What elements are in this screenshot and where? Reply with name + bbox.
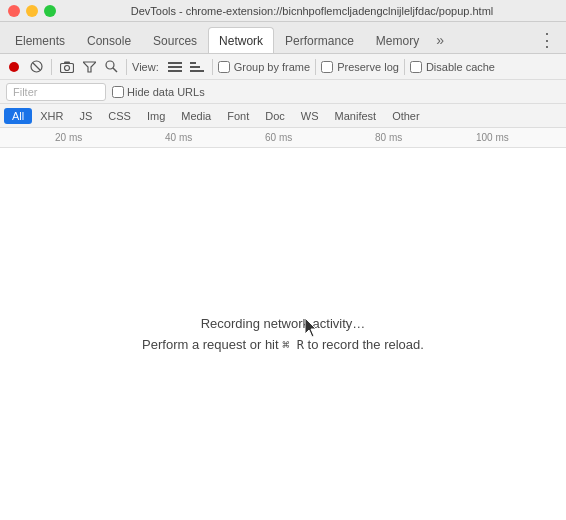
window-title: DevTools - chrome-extension://bicnhpofle… bbox=[66, 5, 558, 17]
hide-data-urls-group: Hide data URLs bbox=[112, 86, 205, 98]
separator-3 bbox=[212, 59, 213, 75]
hint-suffix: to record the reload. bbox=[308, 337, 424, 352]
svg-rect-12 bbox=[190, 62, 196, 64]
hint-text: Perform a request or hit ⌘ R to record t… bbox=[142, 337, 424, 352]
preserve-log-group: Preserve log bbox=[321, 61, 399, 73]
disable-cache-group: Disable cache bbox=[410, 61, 495, 73]
ruler-tick-60ms: 60 ms bbox=[265, 132, 292, 143]
type-tab-img[interactable]: Img bbox=[139, 108, 173, 124]
record-button[interactable] bbox=[4, 57, 24, 77]
camera-icon bbox=[60, 61, 74, 73]
svg-rect-14 bbox=[190, 70, 204, 72]
disable-cache-label: Disable cache bbox=[426, 61, 495, 73]
search-icon bbox=[105, 60, 118, 73]
svg-rect-9 bbox=[168, 62, 182, 64]
svg-point-7 bbox=[106, 61, 114, 69]
tree-view-icon bbox=[190, 61, 204, 73]
keyboard-shortcut: ⌘ R bbox=[282, 338, 304, 352]
title-bar: DevTools - chrome-extension://bicnhpofle… bbox=[0, 0, 566, 22]
filter-input[interactable] bbox=[6, 83, 106, 101]
svg-line-8 bbox=[113, 68, 117, 72]
tree-view-button[interactable] bbox=[187, 57, 207, 77]
type-tab-xhr[interactable]: XHR bbox=[32, 108, 71, 124]
svg-point-4 bbox=[65, 65, 70, 70]
svg-rect-3 bbox=[61, 63, 74, 72]
type-tab-css[interactable]: CSS bbox=[100, 108, 139, 124]
type-tab-ws[interactable]: WS bbox=[293, 108, 327, 124]
separator-4 bbox=[315, 59, 316, 75]
ruler-tick-80ms: 80 ms bbox=[375, 132, 402, 143]
tab-performance[interactable]: Performance bbox=[274, 27, 365, 53]
devtools-menu-button[interactable]: ⋮ bbox=[532, 27, 562, 53]
cursor bbox=[305, 318, 321, 341]
svg-rect-10 bbox=[168, 66, 182, 68]
cursor-icon bbox=[305, 318, 321, 338]
screenshot-button[interactable] bbox=[57, 57, 77, 77]
group-by-frame-label: Group by frame bbox=[234, 61, 310, 73]
window-controls bbox=[8, 5, 56, 17]
separator-5 bbox=[404, 59, 405, 75]
record-icon bbox=[8, 61, 20, 73]
separator-1 bbox=[51, 59, 52, 75]
network-toolbar: View: Group by frame Preserve log Disabl… bbox=[0, 54, 566, 80]
recording-text: Recording network activity… bbox=[201, 316, 366, 331]
tab-sources[interactable]: Sources bbox=[142, 27, 208, 53]
svg-rect-11 bbox=[168, 70, 182, 72]
tab-bar: Elements Console Sources Network Perform… bbox=[0, 22, 566, 54]
clear-button[interactable] bbox=[26, 57, 46, 77]
close-button[interactable] bbox=[8, 5, 20, 17]
type-tab-other[interactable]: Other bbox=[384, 108, 428, 124]
view-buttons bbox=[165, 57, 207, 77]
ruler-tick-40ms: 40 ms bbox=[165, 132, 192, 143]
view-label: View: bbox=[132, 61, 159, 73]
hide-data-urls-label: Hide data URLs bbox=[127, 86, 205, 98]
type-tab-font[interactable]: Font bbox=[219, 108, 257, 124]
minimize-button[interactable] bbox=[26, 5, 38, 17]
svg-marker-6 bbox=[83, 62, 96, 72]
svg-rect-13 bbox=[190, 66, 200, 68]
disable-cache-checkbox[interactable] bbox=[410, 61, 422, 73]
maximize-button[interactable] bbox=[44, 5, 56, 17]
type-tab-manifest[interactable]: Manifest bbox=[327, 108, 385, 124]
tab-network[interactable]: Network bbox=[208, 27, 274, 53]
filter-bar: Hide data URLs bbox=[0, 80, 566, 104]
hide-data-urls-checkbox[interactable] bbox=[112, 86, 124, 98]
more-tabs-button[interactable]: » bbox=[430, 27, 450, 53]
svg-marker-15 bbox=[305, 318, 316, 337]
svg-line-2 bbox=[33, 63, 40, 70]
list-view-icon bbox=[168, 61, 182, 73]
ruler-tick-100ms: 100 ms bbox=[476, 132, 509, 143]
type-tab-all[interactable]: All bbox=[4, 108, 32, 124]
group-by-frame-group: Group by frame bbox=[218, 61, 310, 73]
separator-2 bbox=[126, 59, 127, 75]
tab-memory[interactable]: Memory bbox=[365, 27, 430, 53]
type-tabs: All XHR JS CSS Img Media Font Doc WS Man… bbox=[0, 104, 566, 128]
tab-console[interactable]: Console bbox=[76, 27, 142, 53]
filter-button[interactable] bbox=[79, 57, 99, 77]
ruler-tick-20ms: 20 ms bbox=[55, 132, 82, 143]
type-tab-doc[interactable]: Doc bbox=[257, 108, 293, 124]
list-view-button[interactable] bbox=[165, 57, 185, 77]
search-button[interactable] bbox=[101, 57, 121, 77]
preserve-log-label: Preserve log bbox=[337, 61, 399, 73]
hint-prefix: Perform a request or hit bbox=[142, 337, 279, 352]
timeline-ruler: 20 ms 40 ms 60 ms 80 ms 100 ms bbox=[0, 128, 566, 148]
clear-icon bbox=[30, 60, 43, 73]
group-by-frame-checkbox[interactable] bbox=[218, 61, 230, 73]
svg-rect-5 bbox=[64, 61, 70, 63]
filter-icon bbox=[83, 61, 96, 73]
tab-elements[interactable]: Elements bbox=[4, 27, 76, 53]
type-tab-media[interactable]: Media bbox=[173, 108, 219, 124]
preserve-log-checkbox[interactable] bbox=[321, 61, 333, 73]
svg-point-0 bbox=[9, 62, 19, 72]
type-tab-js[interactable]: JS bbox=[71, 108, 100, 124]
main-content: Recording network activity… Perform a re… bbox=[0, 148, 566, 520]
